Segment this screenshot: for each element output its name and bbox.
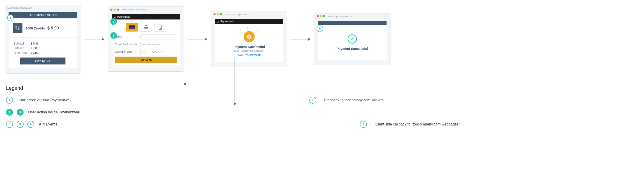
success-subtitle: Thank you for your purchase ! — [217, 50, 281, 52]
method-mobile[interactable] — [154, 23, 166, 32]
step-badge-1: 1 — [7, 15, 14, 21]
arrow-2 — [188, 39, 207, 39]
legend-badge-1: 1 — [6, 97, 13, 104]
svg-rect-0 — [128, 25, 135, 29]
cart-header: TOPCOMPANY CART 🛒 — [8, 12, 77, 18]
name-input[interactable] — [140, 34, 177, 39]
browser-url: www.topcompany.com — [225, 13, 250, 16]
legend-badge-5b: 5 — [17, 121, 24, 128]
exp-input[interactable] — [140, 49, 151, 54]
legend-badge-6b: 6 — [27, 121, 34, 128]
svg-rect-2 — [129, 28, 131, 28]
step-badge-6: 6 — [317, 26, 323, 32]
legend-badge-4: 4 — [309, 97, 316, 104]
titlebar: www.topcompany.com — [314, 14, 390, 19]
legend-badge-2: 2 — [6, 109, 13, 116]
product-price: $ 9.99 — [48, 26, 59, 30]
pay-button-widget[interactable]: PAY $9.99 — [115, 57, 177, 63]
cart-body: TOPCOMPANY CART 🛒 1000 Credits $ 9.99 Su… — [5, 11, 81, 71]
diamond-icon — [13, 23, 22, 33]
browser-widget: www.topcompany.com 2 3 ◭ Paymentwall — [108, 7, 184, 72]
browser-url: www.topcompany.com — [328, 15, 353, 18]
step-badge-3: 3 — [110, 32, 117, 39]
row-delivery: Delivery $ 0.00 — [14, 46, 72, 51]
ccn-input[interactable] — [140, 42, 177, 47]
widget-body: ◭ Paymentwall Name — [108, 12, 184, 69]
row-total: Order Total $ 9.99 — [14, 51, 72, 55]
svg-marker-7 — [184, 83, 186, 86]
step-badge-2: 2 — [110, 18, 117, 25]
svg-rect-1 — [128, 26, 135, 27]
product-card: 1000 Credits $ 9.99 — [8, 19, 77, 37]
cart-icon: 🛒 — [55, 14, 58, 17]
diagram-flow: www.topcompany.com 1 TOPCOMPANY CART 🛒 1… — [5, 5, 639, 73]
cart-summary: Subtotal $ 9.99 Delivery $ 0.00 Order To… — [8, 39, 77, 68]
legend-badge-3: 3 — [17, 109, 24, 116]
paymentwall-bar: ◭ Paymentwall — [215, 19, 283, 24]
pay-button[interactable]: PAY $9.99 — [20, 57, 66, 64]
browser-url: www.topcompany.com — [7, 6, 32, 9]
titlebar: www.topcompany.com — [211, 11, 287, 17]
method-card[interactable] — [126, 23, 138, 32]
browser-pw-success: www.topcompany.com ◭ Paymentwall Payment… — [211, 11, 287, 67]
paymentwall-logo-icon: ◭ — [217, 20, 219, 23]
down-arrow-4 — [183, 35, 187, 86]
titlebar: www.topcompany.com — [108, 7, 184, 12]
site-success-title: Payment Successful — [320, 47, 384, 51]
legend-title: Legend — [6, 85, 639, 91]
browser-url: www.topcompany.com — [122, 8, 147, 11]
payment-methods — [115, 23, 177, 32]
check-icon — [348, 34, 357, 44]
legend-row-1: 1 User action outside Paymentwall 4 Ping… — [6, 97, 638, 104]
success-medal-icon — [244, 31, 255, 42]
site-success-panel: Payment Successful — [318, 25, 386, 60]
svg-point-4 — [160, 29, 160, 29]
legend-badge-5: 5 — [360, 121, 367, 128]
paymentwall-bar: ◭ Paymentwall — [112, 14, 180, 20]
arrow-1 — [85, 39, 104, 39]
field-exp: Expiration Date CVC — [115, 49, 177, 54]
legend-row-3: 4 5 6 API Events 5 Client side callback … — [6, 121, 638, 128]
method-bank[interactable] — [140, 23, 152, 32]
svg-marker-9 — [234, 103, 236, 106]
paymentwall-logo-icon: ◭ — [114, 16, 116, 18]
titlebar: www.topcompany.com — [5, 5, 81, 11]
browser-site-success: www.topcompany.com 6 Payment Successful — [314, 13, 390, 65]
legend-row-2: 2 3 User action inside Paymentwall — [6, 109, 638, 116]
product-name: 1000 Credits — [26, 26, 45, 30]
down-arrow-5 — [232, 57, 237, 106]
field-ccn: Credit Card Number — [115, 42, 177, 47]
legend-badge-4b: 4 — [6, 121, 13, 128]
cvc-input[interactable] — [159, 49, 169, 54]
success-panel: Payment Successful Thank you for your pu… — [215, 24, 283, 62]
browser-cart: www.topcompany.com 1 TOPCOMPANY CART 🛒 1… — [5, 5, 81, 73]
back-link[interactable]: BACK TO WEBSITE — [217, 54, 281, 57]
arrow-3 — [291, 39, 310, 39]
site-header-bar — [318, 21, 386, 25]
row-subtotal: Subtotal $ 9.99 — [14, 41, 72, 46]
field-name: Name — [115, 34, 177, 39]
